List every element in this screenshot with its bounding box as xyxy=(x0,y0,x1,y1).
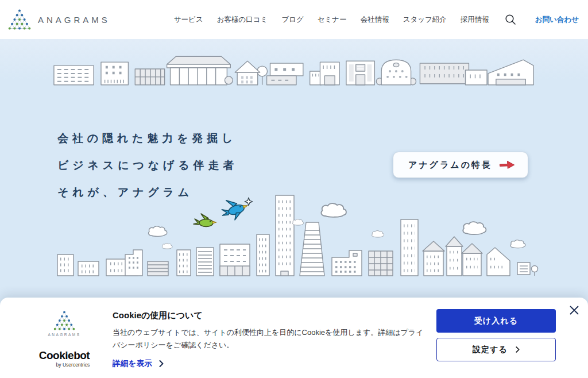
show-details-link[interactable]: 詳細を表示 xyxy=(113,358,426,369)
green-bird xyxy=(194,214,216,227)
contact-link[interactable]: お問い合わせ xyxy=(535,15,579,25)
nav-item-company[interactable]: 会社情報 xyxy=(361,15,389,25)
nav-item-recruit[interactable]: 採用情報 xyxy=(461,15,489,25)
tagline-line-1: 会社の隠れた魅力を発掘し xyxy=(57,131,238,146)
anagrams-logo-icon xyxy=(53,310,75,331)
arrow-right-icon xyxy=(499,159,515,171)
anagrams-logo-icon xyxy=(8,9,31,30)
anagrams-logo-text: ANAGRAMS xyxy=(48,333,80,337)
nav-item-reviews[interactable]: お客様の口コミ xyxy=(217,15,268,25)
cookiebot-logo[interactable]: Cookiebot by Usercentrics xyxy=(39,350,90,368)
cookie-banner-logos: ANAGRAMS Cookiebot by Usercentrics xyxy=(32,309,96,370)
nav-item-services[interactable]: サービス xyxy=(174,15,203,25)
nav-item-staff[interactable]: スタッフ紹介 xyxy=(403,15,447,25)
cookie-consent-banner: ANAGRAMS Cookiebot by Usercentrics Cooki… xyxy=(0,298,588,378)
cookie-settings-button[interactable]: 設定する xyxy=(436,338,556,361)
nav-item-seminar[interactable]: セミナー xyxy=(318,15,347,25)
close-icon[interactable] xyxy=(569,306,579,316)
top-buildings-illustration xyxy=(50,52,538,88)
city-skyline-illustration xyxy=(0,187,588,279)
cookiebot-byline: by Usercentrics xyxy=(56,362,90,368)
accept-cookies-button[interactable]: 受け入れる xyxy=(436,309,556,333)
tagline-line-2: ビジネスにつなげる伴走者 xyxy=(57,158,238,173)
feature-button[interactable]: アナグラムの特長 xyxy=(393,152,528,178)
cookie-banner-content: Cookieの使用について 当社のウェブサイトでは、サイトの利便性向上を目的にC… xyxy=(96,309,436,370)
search-icon[interactable] xyxy=(504,13,517,26)
anagrams-banner-logo: ANAGRAMS xyxy=(48,310,80,337)
cookie-settings-label: 設定する xyxy=(473,345,508,355)
chevron-right-icon xyxy=(159,360,164,367)
site-logo[interactable]: ANAGRAMS xyxy=(8,9,110,30)
show-details-label: 詳細を表示 xyxy=(113,358,152,369)
cookie-banner-body: 当社のウェブサイトでは、サイトの利便性向上を目的にCookieを使用します。詳細… xyxy=(113,326,426,352)
main-nav: サービス お客様の口コミ ブログ セミナー 会社情報 スタッフ紹介 採用情報 お… xyxy=(174,13,579,26)
feature-button-label: アナグラムの特長 xyxy=(408,160,492,171)
cookie-banner-title: Cookieの使用について xyxy=(113,310,426,321)
nav-item-blog[interactable]: ブログ xyxy=(281,15,303,25)
brand-name: ANAGRAMS xyxy=(38,15,110,25)
cookiebot-wordmark: Cookiebot xyxy=(39,350,90,361)
blue-bird xyxy=(218,195,250,223)
sparkle-icon xyxy=(245,198,253,206)
site-header: ANAGRAMS サービス お客様の口コミ ブログ セミナー 会社情報 スタッフ… xyxy=(0,0,588,39)
chevron-right-icon xyxy=(516,346,520,353)
cookie-banner-actions: 受け入れる 設定する xyxy=(436,309,556,370)
